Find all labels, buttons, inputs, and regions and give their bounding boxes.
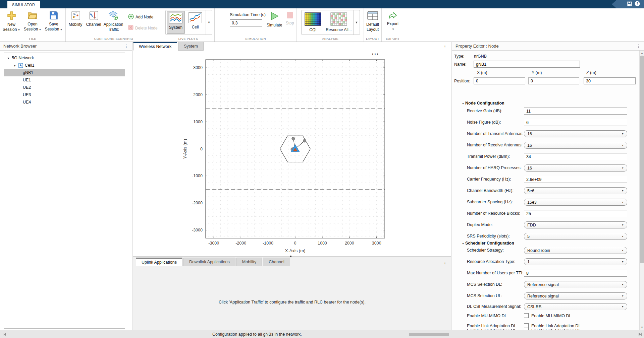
chevron-down-icon: ▼: [392, 28, 394, 31]
new-session-button[interactable]: New Session▼: [1, 10, 21, 37]
view-tabbar: Wireless Network System ⋮: [133, 42, 451, 51]
stop-button: Stop: [284, 10, 296, 37]
channel-bandwidth-dropdown[interactable]: 5e6▼: [524, 187, 627, 194]
tree-item-ue3[interactable]: UE3: [4, 91, 125, 98]
tree-item-5g-network[interactable]: ▾ 5G Network: [4, 54, 125, 62]
name-input[interactable]: [474, 61, 580, 68]
gallery-expand-button[interactable]: ▼: [353, 10, 360, 35]
panel-menu-icon[interactable]: ⋮: [443, 261, 447, 266]
network-browser-panel: Network Browser ⋮ ▾ 5G Network ▾ Cell1 g…: [0, 42, 132, 330]
panel-menu-icon[interactable]: ⋮: [636, 44, 641, 49]
chevron-down-icon: ▼: [622, 249, 624, 252]
max-users-tti-input[interactable]: [524, 270, 627, 277]
svg-text:-2000: -2000: [235, 241, 246, 246]
position-z-input[interactable]: [584, 77, 636, 84]
export-button[interactable]: Export▼: [383, 10, 402, 37]
mcs-selection-dl-dropdown[interactable]: Reference signal▼: [524, 281, 627, 288]
help-icon[interactable]: ?: [635, 1, 640, 7]
tree-item-gnb1[interactable]: gNB1: [4, 69, 125, 76]
channel-button[interactable]: Channel: [85, 10, 102, 37]
property-row-resource-blocks: Number of Resource Blocks:: [452, 210, 639, 217]
node-configuration-header[interactable]: ▾Node Configuration: [462, 101, 504, 106]
save-icon[interactable]: [627, 1, 632, 7]
panel-menu-icon[interactable]: ⋮: [124, 44, 128, 49]
mu-mimo-dl-checkbox[interactable]: [524, 313, 529, 318]
system-plot-button[interactable]: System: [167, 11, 185, 34]
position-y-input[interactable]: [528, 77, 579, 84]
collapse-left-icon[interactable]: [2, 332, 7, 337]
svg-text:0: 0: [200, 147, 203, 151]
scheduler-strategy-dropdown[interactable]: Round robin▼: [524, 247, 627, 254]
tree-item-ue2[interactable]: UE2: [4, 84, 125, 91]
default-layout-button[interactable]: Default Layout: [363, 10, 382, 37]
harq-dropdown[interactable]: 16▼: [524, 164, 627, 172]
cell-plot-button[interactable]: Cell: [186, 11, 204, 34]
panel-menu-icon[interactable]: ⋮: [443, 44, 447, 49]
scroll-up-icon[interactable]: ▲: [640, 52, 644, 55]
gallery-expand-button[interactable]: ▼: [206, 10, 212, 35]
application-traffic-button[interactable]: Application Traffic: [103, 10, 124, 37]
property-row-mu-mimo-dl: Enable MU-MIMO DL Enable MU-MIMO DL: [452, 313, 639, 320]
horizontal-scrollbar-thumb[interactable]: [409, 333, 449, 336]
property-editor-header: Property Editor : Node ⋮: [452, 42, 644, 51]
applications-tabbar: Uplink Applications Downlink Application…: [133, 258, 451, 266]
duplex-mode-dropdown[interactable]: FDD▼: [524, 221, 627, 228]
chevron-down-icon: ▼: [17, 28, 20, 31]
name-label: Name:: [454, 62, 467, 67]
type-label: Type:: [454, 54, 465, 59]
mcs-selection-ul-dropdown[interactable]: Reference signal▼: [524, 292, 627, 299]
carrier-frequency-input[interactable]: [524, 176, 627, 183]
property-row-transmit-power: Transmit Power (dBm):: [452, 153, 639, 160]
tx-antennas-dropdown[interactable]: 16▼: [524, 130, 627, 137]
mobility-button[interactable]: Mobility: [66, 10, 85, 37]
tab-downlink-applications[interactable]: Downlink Applications: [183, 258, 235, 266]
tab-simulator[interactable]: SIMULATOR: [7, 1, 40, 8]
noise-figure-input[interactable]: [524, 119, 627, 126]
collapse-right-icon[interactable]: [638, 332, 643, 337]
tab-mobility[interactable]: Mobility: [236, 258, 262, 266]
network-browser-header: Network Browser ⋮: [0, 42, 132, 51]
collapse-arrow-icon[interactable]: ▾: [13, 64, 17, 67]
chevron-down-icon: ▼: [622, 261, 624, 263]
tab-channel[interactable]: Channel: [263, 258, 290, 266]
resource-allocation-button[interactable]: Resource All...: [324, 11, 353, 34]
chevron-down-icon: ▼: [622, 167, 624, 169]
receive-gain-input[interactable]: [524, 108, 627, 115]
srs-periodicity-dropdown[interactable]: 5▼: [524, 233, 627, 240]
save-session-button[interactable]: Save Session▼: [44, 10, 64, 37]
resource-allocation-type-dropdown[interactable]: 1▼: [524, 258, 627, 265]
tree-item-ue1[interactable]: UE1: [4, 76, 125, 84]
tab-wireless-network[interactable]: Wireless Network: [133, 42, 177, 51]
dl-csi-signal-dropdown[interactable]: CSI-RS▼: [524, 303, 627, 310]
tab-system[interactable]: System: [178, 42, 204, 51]
tree-item-cell1[interactable]: ▾ Cell1: [4, 62, 125, 69]
tab-uplink-applications[interactable]: Uplink Applications: [136, 258, 182, 266]
rx-antennas-dropdown[interactable]: 16▼: [524, 142, 627, 149]
cqi-button[interactable]: CQI: [303, 11, 323, 34]
position-row: Position:: [452, 77, 639, 85]
subcarrier-spacing-dropdown[interactable]: 15e3▼: [524, 199, 627, 206]
scroll-down-icon[interactable]: ▼: [640, 326, 644, 329]
scrollbar-thumb[interactable]: [640, 56, 644, 263]
analysis-gallery: CQI Resource All... ▼: [301, 10, 360, 35]
tree-item-ue4[interactable]: UE4: [4, 98, 125, 106]
scheduler-configuration-header[interactable]: ▾Scheduler Configuration: [462, 241, 514, 246]
svg-text:-1000: -1000: [263, 241, 273, 246]
collapse-arrow-icon[interactable]: ▾: [6, 56, 10, 60]
property-row-resource-allocation-type: Resource Allocation Type:1▼: [452, 258, 639, 266]
section-label-layout: LAYOUT: [364, 37, 381, 41]
svg-text:Y-Axis (m): Y-Axis (m): [182, 139, 187, 159]
cell-plot-icon: [189, 12, 202, 24]
property-editor-scrollbar[interactable]: ▲ ▼: [639, 51, 644, 330]
open-session-button[interactable]: Open Session▼: [22, 10, 43, 37]
property-editor-title: Property Editor : Node: [455, 44, 499, 49]
position-x-input[interactable]: [474, 77, 525, 84]
add-node-button[interactable]: Add Node: [128, 14, 153, 20]
system-plot-icon: [169, 13, 182, 24]
link-adaptation-dl-checkbox[interactable]: [524, 323, 529, 328]
resource-blocks-input[interactable]: [524, 210, 627, 217]
transmit-power-input[interactable]: [524, 153, 627, 160]
simulation-time-input[interactable]: [230, 19, 262, 26]
chevron-down-icon: ▼: [622, 283, 624, 286]
splitter-handle[interactable]: [290, 256, 291, 257]
